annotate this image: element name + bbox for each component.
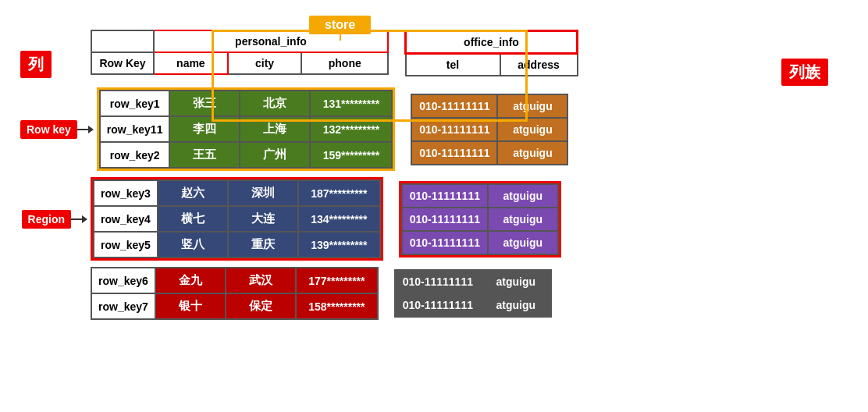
group2-border: row_key3 赵六 深圳 187********* row_key4 横七 …: [91, 177, 383, 261]
diagram-container: 列 store personal_info: [20, 16, 848, 320]
lie-zu-label: 列族: [781, 59, 828, 86]
table-row: row_key1 张三 北京 131*********: [100, 91, 393, 116]
group1-border: row_key1 张三 北京 131********* row_key11 李四…: [97, 87, 396, 171]
table-row: row_key5 竖八 重庆 139*********: [94, 232, 380, 258]
table-row: 010-11111111 atguigu: [395, 270, 551, 293]
phone-header: phone: [301, 52, 388, 74]
table-row: 010-11111111 atguigu: [402, 208, 558, 231]
table-row: 010-11111111 atguigu: [411, 94, 567, 118]
group2-left-table: row_key3 赵六 深圳 187********* row_key4 横七 …: [93, 179, 381, 258]
table-row: 010-11111111 atguigu: [402, 184, 558, 208]
rowkey-header: Row Key: [91, 52, 154, 74]
table-row: 010-11111111 atguigu: [411, 118, 567, 141]
lie-label: 列: [20, 51, 52, 78]
table-row: row_key11 李四 上海 132*********: [100, 116, 393, 142]
store-label: store: [309, 16, 371, 34]
header-right-table: office_info tel address: [404, 30, 578, 76]
table-row: row_key6 金九 武汉 177*********: [91, 268, 378, 293]
group1-right-table: 010-11111111 atguigu 010-11111111 atguig…: [411, 94, 568, 165]
group2-right-table: 010-11111111 atguigu 010-11111111 atguig…: [401, 183, 559, 255]
table-row: row_key2 王五 广州 159*********: [100, 142, 393, 168]
table-row: 010-11111111 atguigu: [411, 141, 567, 165]
table-row: 010-11111111 atguigu: [402, 231, 558, 254]
city-header: city: [228, 52, 302, 74]
table-row: row_key7 银十 保定 158*********: [91, 293, 378, 319]
group3-right-table: 010-11111111 atguigu 010-11111111 atguig…: [394, 269, 552, 318]
group3-left-table: row_key6 金九 武汉 177********* row_key7 银十 …: [91, 267, 379, 320]
region-section-label: Region: [22, 210, 71, 229]
table-row: row_key4 横七 大连 134*********: [94, 206, 380, 232]
group2-right-border: 010-11111111 atguigu 010-11111111 atguig…: [399, 181, 561, 258]
tel-header: tel: [406, 54, 500, 76]
name-header: name: [154, 52, 228, 74]
address-header: address: [500, 54, 578, 76]
rowkey-section-label: Row key: [20, 120, 77, 139]
table-row: 010-11111111 atguigu: [395, 293, 551, 317]
group1-left-table: row_key1 张三 北京 131********* row_key11 李四…: [99, 90, 393, 169]
table-row: row_key3 赵六 深圳 187*********: [94, 180, 380, 206]
office-info-header: office_info: [406, 31, 578, 54]
